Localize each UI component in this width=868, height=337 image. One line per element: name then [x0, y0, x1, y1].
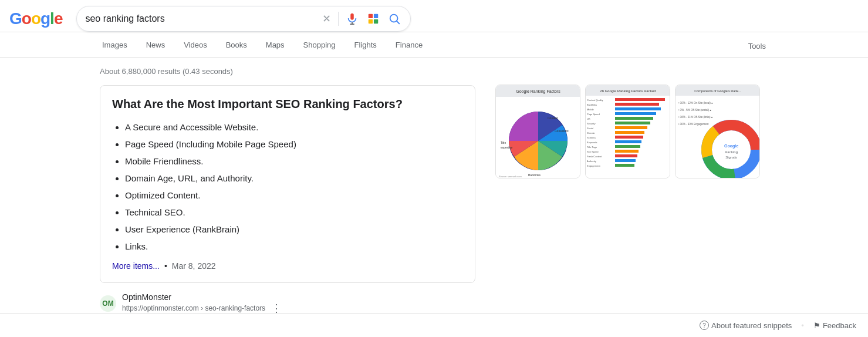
results-main: About 6,880,000 results (0.43 seconds) W…: [100, 67, 481, 331]
list-item: User Experience (RankBrain): [125, 221, 463, 237]
svg-text:Keywords: Keywords: [587, 141, 597, 144]
image-card-2[interactable]: 26 Google Ranking Factors Ranked Conten: [585, 85, 670, 178]
svg-rect-34: [615, 154, 637, 157]
list-item: Links.: [125, 238, 463, 254]
svg-text:UX: UX: [587, 117, 590, 120]
snippet-date: Mar 8, 2022: [172, 261, 216, 271]
more-items-row: More items... • Mar 8, 2022: [112, 261, 463, 271]
svg-rect-29: [615, 131, 644, 134]
snippet-title: What Are the Most Important SEO Ranking …: [112, 97, 463, 111]
tab-images[interactable]: Images: [94, 35, 136, 57]
svg-text:Google Ranking Factors: Google Ranking Factors: [516, 89, 560, 94]
tab-maps[interactable]: Maps: [258, 35, 293, 57]
source-row: OM OptinMonster https://optinmonster.com…: [100, 292, 481, 315]
svg-rect-32: [615, 145, 640, 148]
svg-rect-23: [615, 103, 659, 106]
svg-rect-35: [615, 159, 636, 162]
tab-finance[interactable]: Finance: [387, 35, 431, 57]
svg-text:Backlinks: Backlinks: [528, 173, 541, 177]
tools-tab[interactable]: Tools: [740, 36, 774, 56]
svg-text:• 16% - 21% Off-Site (links) ●: • 16% - 21% Off-Site (links) ●: [678, 116, 713, 119]
svg-text:Source: semrush.com: Source: semrush.com: [499, 175, 522, 178]
list-item: Page Speed (Including Mobile Page Speed): [125, 136, 463, 152]
clear-button[interactable]: ✕: [321, 11, 332, 26]
flag-icon: ⚑: [813, 321, 820, 330]
svg-text:Signals: Signals: [725, 156, 737, 159]
svg-rect-6: [374, 19, 378, 23]
bottom-bar: ? About featured snippets • ⚑ Feedback: [0, 313, 868, 331]
about-snippets-link[interactable]: ? About featured snippets: [700, 321, 792, 330]
svg-text:Consistent: Consistent: [555, 129, 569, 133]
svg-text:Site Speed: Site Speed: [587, 150, 599, 153]
list-item: Optimized Content.: [125, 187, 463, 203]
svg-line-8: [397, 21, 400, 23]
list-item: A Secure and Accessible Website.: [125, 119, 463, 135]
search-input[interactable]: seo ranking factors: [85, 14, 315, 24]
svg-rect-0: [351, 14, 354, 20]
chart-svg-2: 26 Google Ranking Factors Ranked Conten: [586, 85, 670, 178]
svg-text:Content Quality: Content Quality: [587, 99, 603, 102]
feedback-link[interactable]: ⚑ Feedback: [813, 321, 856, 330]
svg-text:Mobile: Mobile: [587, 108, 595, 111]
chart-svg-1: Google Ranking Factors Content Consisten…: [496, 85, 580, 178]
nav-tabs: Images News Videos Books Maps Shopping F…: [0, 35, 868, 58]
google-logo: Google: [9, 9, 62, 28]
svg-text:Components of Google's Rank...: Components of Google's Rank...: [694, 89, 741, 93]
svg-rect-31: [615, 140, 641, 143]
search-icon: [388, 12, 401, 25]
svg-text:Security: Security: [587, 122, 595, 125]
mic-button[interactable]: [345, 11, 360, 26]
results-count: About 6,880,000 results (0.43 seconds): [100, 67, 481, 76]
search-button[interactable]: [387, 11, 402, 26]
svg-text:26 Google Ranking Factors Rank: 26 Google Ranking Factors Ranked: [600, 89, 656, 93]
list-item: Domain Age, URL, and Authority.: [125, 170, 463, 186]
svg-text:Schema: Schema: [587, 136, 596, 139]
source-url: https://optinmonster.com › seo-ranking-f…: [122, 304, 265, 312]
list-item: Mobile Friendliness.: [125, 153, 463, 169]
svg-rect-26: [615, 117, 653, 120]
dot-separator: •: [164, 261, 167, 271]
svg-text:• 3% - 5% Off-Site (social) ●: • 3% - 5% Off-Site (social) ●: [678, 109, 711, 112]
more-items-link[interactable]: More items...: [112, 261, 160, 271]
source-name: OptinMonster: [122, 292, 282, 302]
header: Google seo ranking factors ✕: [0, 0, 868, 32]
search-icons: ✕: [321, 11, 402, 26]
svg-text:Title: Title: [501, 141, 506, 144]
svg-rect-5: [369, 19, 373, 23]
lens-icon: [367, 12, 380, 25]
svg-text:Title Tags: Title Tags: [587, 146, 597, 149]
svg-text:Page Speed: Page Speed: [587, 113, 600, 116]
svg-text:• 30% - 33% Engagement: • 30% - 33% Engagement: [678, 123, 709, 126]
svg-rect-24: [615, 107, 661, 110]
tab-videos[interactable]: Videos: [175, 35, 215, 57]
lens-button[interactable]: [366, 11, 381, 26]
tab-books[interactable]: Books: [218, 35, 255, 57]
svg-text:Content: Content: [548, 116, 558, 120]
svg-rect-4: [374, 14, 378, 18]
featured-snippet: What Are the Most Important SEO Ranking …: [100, 85, 475, 283]
svg-text:Engagement: Engagement: [587, 164, 601, 167]
svg-text:Social: Social: [587, 127, 593, 130]
mic-icon: [346, 12, 359, 25]
svg-text:• 10% - 12% On-Site (local) ●: • 10% - 12% On-Site (local) ●: [678, 102, 713, 105]
snippet-list: A Secure and Accessible Website. Page Sp…: [112, 119, 463, 254]
svg-rect-25: [615, 112, 656, 115]
svg-rect-30: [615, 136, 643, 139]
svg-text:Fresh Content: Fresh Content: [587, 155, 602, 158]
image-card-1[interactable]: Google Ranking Factors Content Consisten…: [495, 85, 580, 178]
source-info: OptinMonster https://optinmonster.com › …: [122, 292, 282, 315]
bottom-separator: •: [801, 321, 804, 330]
tab-flights[interactable]: Flights: [346, 35, 385, 57]
tab-shopping[interactable]: Shopping: [295, 35, 344, 57]
svg-rect-22: [615, 98, 665, 101]
source-favicon: OM: [100, 295, 116, 312]
svg-text:Ranking: Ranking: [725, 150, 738, 154]
svg-rect-27: [615, 122, 650, 124]
image-card-3[interactable]: Components of Google's Rank... • 10% - 1…: [675, 85, 760, 178]
svg-text:Backlinks: Backlinks: [587, 103, 597, 106]
tab-news[interactable]: News: [138, 35, 174, 57]
divider: [338, 12, 339, 26]
about-snippets-text: About featured snippets: [711, 321, 792, 330]
svg-text:Authority: Authority: [587, 160, 596, 163]
svg-text:expertise: expertise: [501, 146, 513, 149]
